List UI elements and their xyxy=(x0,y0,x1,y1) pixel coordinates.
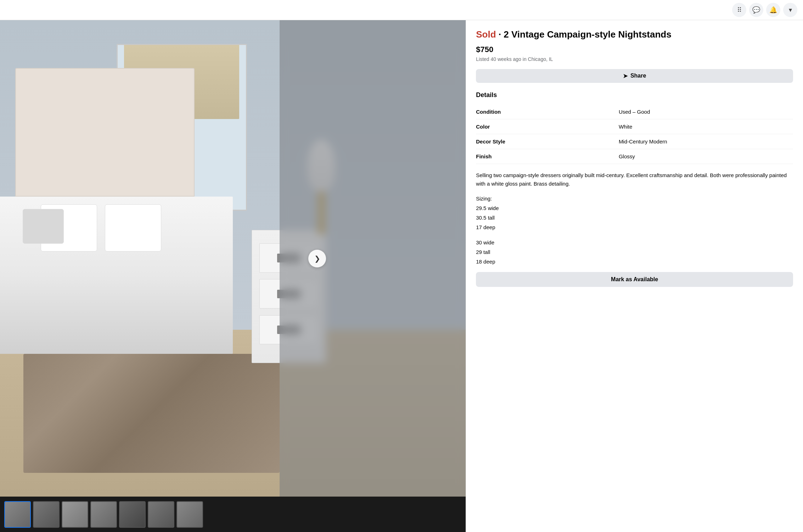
detail-row-condition: Condition Used – Good xyxy=(476,104,793,119)
pillow-3 xyxy=(23,209,64,244)
thumb-img-1 xyxy=(5,502,30,527)
thumbnail-6[interactable] xyxy=(148,501,174,528)
notification-icon-button[interactable]: 🔔 xyxy=(766,3,780,17)
listing-price: $750 xyxy=(476,45,793,54)
thumb-img-2 xyxy=(34,502,59,527)
sizing-unit-1: 29.5 wide 30.5 tall 17 deep xyxy=(476,203,793,232)
finish-value: Glossy xyxy=(619,153,793,159)
color-value: White xyxy=(619,124,793,130)
decor-style-value: Mid-Century Modern xyxy=(619,138,793,145)
rug xyxy=(23,354,280,473)
details-section-heading: Details xyxy=(476,91,793,99)
bed-body xyxy=(0,197,233,354)
details-panel: Sold · 2 Vintage Campaign-style Nightsta… xyxy=(466,20,803,532)
pillow-2 xyxy=(105,204,161,251)
detail-row-decor-style: Decor Style Mid-Century Modern xyxy=(476,134,793,149)
condition-label: Condition xyxy=(476,109,619,115)
detail-row-finish: Finish Glossy xyxy=(476,149,793,164)
sizing-info-2: 30 wide 29 tall 18 deep xyxy=(476,238,793,266)
thumbnail-7[interactable] xyxy=(176,501,203,528)
chevron-right-icon: ❯ xyxy=(314,254,320,263)
top-navigation-bar: ⠿ 💬 🔔 ▾ xyxy=(0,0,803,20)
thumb-img-7 xyxy=(177,502,202,527)
bed xyxy=(0,68,233,354)
share-icon: ➤ xyxy=(623,73,628,79)
sizing-title: Sizing: xyxy=(476,194,793,203)
sizing-info: Sizing: 29.5 wide 30.5 tall 17 deep xyxy=(476,194,793,232)
color-label: Color xyxy=(476,124,619,130)
thumbnail-2[interactable] xyxy=(33,501,60,528)
main-photo: ❯ xyxy=(0,20,466,497)
thumbnail-1[interactable] xyxy=(4,501,31,528)
notification-bell-icon: 🔔 xyxy=(769,6,777,14)
apps-icon-button[interactable]: ⠿ xyxy=(732,3,746,17)
bed-headboard xyxy=(15,68,195,197)
details-table: Condition Used – Good Color White Decor … xyxy=(476,104,793,164)
sizing-unit-2: 30 wide 29 tall 18 deep xyxy=(476,238,793,266)
listing-meta: Listed 40 weeks ago in Chicago, IL xyxy=(476,56,793,62)
messenger-icon: 💬 xyxy=(752,6,760,14)
grid-icon: ⠿ xyxy=(737,6,742,14)
main-layout: ❯ Sold · 2 Vintage Campaign-style Nights… xyxy=(0,20,803,532)
thumb-img-3 xyxy=(62,502,88,527)
listing-title-text: 2 Vintage Campaign-style Nightstands xyxy=(504,29,671,40)
thumbnail-5[interactable] xyxy=(119,501,146,528)
sold-status-badge: Sold xyxy=(476,29,496,40)
thumb-img-6 xyxy=(148,502,174,527)
mark-available-button[interactable]: Mark as Available xyxy=(476,272,793,287)
share-button[interactable]: ➤ Share xyxy=(476,69,793,83)
thumb-img-5 xyxy=(120,502,145,527)
decor-style-label: Decor Style xyxy=(476,138,619,145)
share-label: Share xyxy=(630,73,646,79)
chevron-down-icon: ▾ xyxy=(789,6,792,14)
title-separator: · xyxy=(496,29,504,40)
thumb-img-4 xyxy=(91,502,116,527)
next-image-button[interactable]: ❯ xyxy=(308,250,326,267)
blur-overlay xyxy=(280,20,466,497)
thumbnail-4[interactable] xyxy=(90,501,117,528)
finish-label: Finish xyxy=(476,153,619,159)
account-dropdown-button[interactable]: ▾ xyxy=(783,3,797,17)
messenger-icon-button[interactable]: 💬 xyxy=(749,3,763,17)
thumbnail-strip xyxy=(0,497,466,532)
condition-value: Used – Good xyxy=(619,109,793,115)
listing-title: Sold · 2 Vintage Campaign-style Nightsta… xyxy=(476,29,793,41)
thumbnail-3[interactable] xyxy=(62,501,88,528)
mark-available-label: Mark as Available xyxy=(611,276,658,283)
detail-row-color: Color White xyxy=(476,119,793,134)
image-section: ❯ xyxy=(0,20,466,532)
listing-description: Selling two campaign-style dressers orig… xyxy=(476,171,793,188)
